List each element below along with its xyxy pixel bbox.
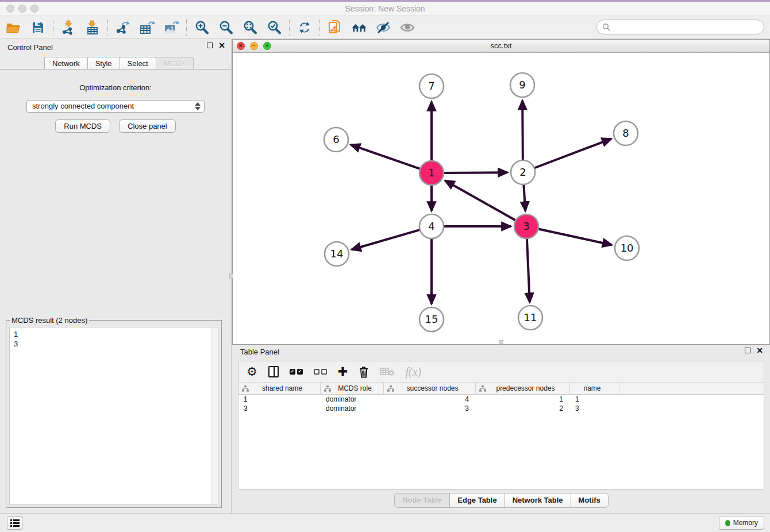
cell-name[interactable]: 1: [570, 395, 619, 403]
graph-node-label-6: 6: [333, 133, 339, 145]
home-view-icon[interactable]: [351, 20, 367, 36]
zoom-fit-icon[interactable]: [242, 20, 258, 36]
add-row-icon[interactable]: ✚: [338, 364, 348, 379]
close-panel-icon[interactable]: ✕: [218, 43, 225, 48]
network-graph[interactable]: 7968124314101511: [233, 53, 769, 345]
toolbar-separator: [107, 20, 108, 36]
import-table-icon[interactable]: [84, 20, 101, 36]
close-panel-button[interactable]: Close panel: [119, 119, 176, 133]
hide-graphics-details-icon[interactable]: [375, 20, 391, 36]
graph-node-label-1: 1: [428, 167, 434, 179]
import-network-icon[interactable]: [60, 20, 76, 36]
cell-successor-nodes[interactable]: 3: [384, 404, 476, 413]
export-table-icon[interactable]: [139, 20, 155, 36]
task-list-icon: [10, 519, 20, 527]
save-session-icon[interactable]: [30, 20, 46, 36]
cell-mcds-role[interactable]: dominator: [321, 395, 384, 403]
run-mcds-button[interactable]: Run MCDS: [55, 119, 110, 133]
table-row[interactable]: 3 dominator 3 2 3: [238, 404, 764, 413]
table-tabs: Node Table Edge Table Network Table Moti…: [232, 493, 770, 508]
table-toolbar: ⚙ ✓✓ ✚ f(x): [238, 361, 764, 383]
optimization-criterion-select[interactable]: strongly connected component: [26, 100, 205, 113]
zoom-in-icon[interactable]: [194, 20, 210, 36]
task-history-button[interactable]: [7, 516, 22, 530]
graph-edge-3-1[interactable]: [445, 180, 517, 221]
search-input[interactable]: [611, 23, 764, 32]
memory-label: Memory: [733, 519, 758, 527]
export-network-icon[interactable]: [115, 20, 131, 36]
graph-node-label-9: 9: [519, 79, 525, 91]
control-panel-title: Control Panel: [7, 43, 53, 52]
graph-edge-2-9[interactable]: [522, 101, 523, 161]
memory-status-icon: [725, 520, 730, 526]
column-header-name[interactable]: name: [570, 383, 619, 394]
title-bar: Session: New Session: [0, 2, 770, 16]
graph-edge-3-11[interactable]: [527, 237, 530, 302]
duplicate-network-icon[interactable]: [327, 20, 343, 36]
float-table-panel-icon[interactable]: [745, 348, 750, 353]
network-view-window: ✕ − + scc.txt 7968124314101511: [232, 39, 770, 345]
network-canvas[interactable]: 7968124314101511: [233, 53, 769, 344]
graph-node-label-2: 2: [519, 166, 526, 178]
canvas-splitter-handle[interactable]: [499, 340, 503, 344]
delete-row-icon[interactable]: [359, 364, 369, 379]
cell-shared-name[interactable]: 1: [238, 395, 321, 403]
graph-edge-2-3[interactable]: [523, 183, 525, 211]
mcds-result-line: 1: [14, 329, 218, 339]
close-table-panel-icon[interactable]: ✕: [756, 348, 763, 353]
table-panel-title: Table Panel: [240, 348, 279, 356]
application-window: Session: New Session: [0, 2, 770, 532]
tab-style[interactable]: Style: [87, 57, 120, 70]
graph-node-label-11: 11: [524, 311, 537, 323]
memory-button[interactable]: Memory: [719, 516, 764, 530]
delete-column-icon[interactable]: [380, 364, 394, 379]
apply-layout-icon[interactable]: [297, 20, 313, 36]
graph-edge-1-6[interactable]: [351, 145, 421, 169]
deselect-all-icon[interactable]: [314, 364, 327, 379]
network-window-title: scc.txt: [233, 41, 769, 50]
select-all-icon[interactable]: ✓✓: [290, 364, 303, 379]
graph-edge-4-14[interactable]: [352, 229, 421, 249]
panel-splitter-handle[interactable]: [229, 273, 233, 279]
cell-name[interactable]: 3: [570, 404, 619, 413]
chevron-updown-icon: [194, 102, 201, 111]
graph-edge-2-8[interactable]: [533, 139, 611, 169]
tab-select[interactable]: Select: [120, 57, 156, 70]
mcds-result-fieldset: MCDS result (2 nodes) 1 3: [6, 316, 222, 508]
show-columns-icon[interactable]: [268, 364, 279, 379]
tab-motifs[interactable]: Motifs: [571, 493, 609, 508]
mcds-result-list[interactable]: 1 3: [9, 327, 218, 504]
open-session-icon[interactable]: [6, 20, 22, 36]
table-settings-icon[interactable]: ⚙: [247, 364, 257, 379]
cell-shared-name[interactable]: 3: [238, 404, 321, 413]
graph-edge-1-2[interactable]: [442, 172, 507, 173]
graph-edge-3-10[interactable]: [537, 229, 612, 245]
graph-node-label-10: 10: [621, 242, 634, 254]
tab-mcds[interactable]: MCDS: [156, 57, 194, 70]
tab-network[interactable]: Network: [44, 57, 88, 70]
zoom-out-icon[interactable]: [218, 20, 234, 36]
table-header-row: shared name MCDS role successor nodes pr…: [238, 383, 764, 395]
search-box[interactable]: [596, 20, 764, 34]
control-panel: Control Panel ✕ Network Style Select MCD…: [0, 39, 232, 513]
column-header-successor-nodes[interactable]: successor nodes: [384, 383, 476, 394]
float-panel-icon[interactable]: [207, 43, 213, 48]
cell-predecessor-nodes[interactable]: 1: [476, 395, 570, 403]
cell-mcds-role[interactable]: dominator: [321, 404, 384, 413]
zoom-selected-icon[interactable]: [266, 20, 282, 36]
tab-network-table[interactable]: Network Table: [505, 493, 571, 508]
birds-eye-view-icon[interactable]: [399, 20, 415, 36]
column-header-mcds-role[interactable]: MCDS role: [321, 383, 384, 394]
tab-edge-table[interactable]: Edge Table: [449, 493, 505, 508]
cell-successor-nodes[interactable]: 4: [384, 395, 476, 403]
function-builder-icon[interactable]: f(x): [405, 364, 421, 379]
cell-predecessor-nodes[interactable]: 2: [476, 404, 570, 413]
export-image-icon[interactable]: [163, 20, 179, 36]
table-row[interactable]: 1 dominator 4 1 1: [238, 395, 764, 404]
result-scrollbar[interactable]: [211, 327, 218, 504]
column-header-shared-name[interactable]: shared name: [238, 383, 321, 394]
graph-node-label-4: 4: [428, 220, 434, 232]
column-header-predecessor-nodes[interactable]: predecessor nodes: [476, 383, 570, 394]
tab-node-table[interactable]: Node Table: [394, 493, 450, 508]
network-window-titlebar[interactable]: ✕ − + scc.txt: [233, 40, 769, 53]
